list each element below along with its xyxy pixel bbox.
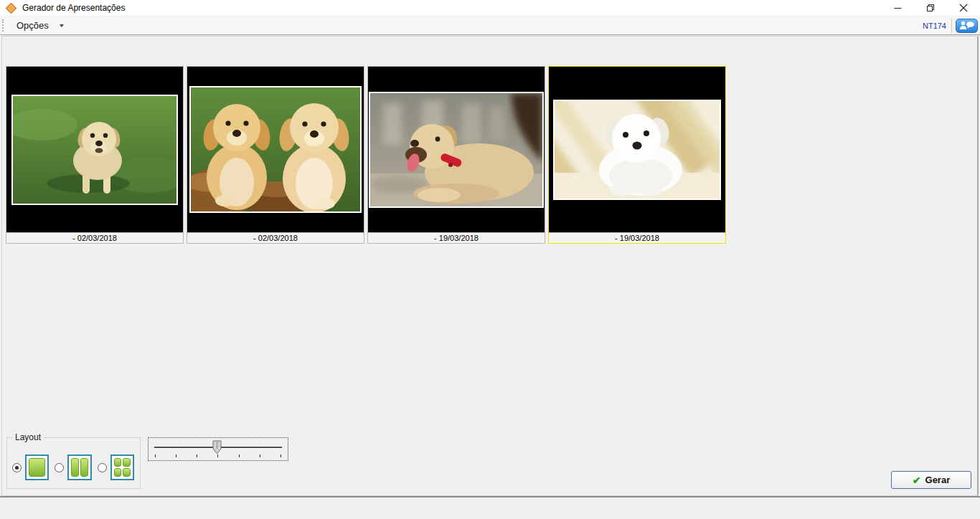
title-bar: Gerador de Apresentações	[0, 0, 980, 16]
restore-button[interactable]	[914, 0, 947, 16]
minimize-button[interactable]	[881, 0, 914, 16]
user-chat-icon	[959, 21, 975, 30]
slide-caption: - 02/03/2018	[187, 232, 364, 243]
window-title: Gerador de Apresentações	[22, 3, 125, 13]
layout-groupbox-title: Layout	[12, 432, 44, 442]
slide-black-area	[368, 67, 545, 232]
content-panel: - 02/03/2018	[1, 36, 979, 496]
photo-two-golden-retriever-puppies	[189, 86, 362, 213]
slide-caption: - 19/03/2018	[549, 232, 725, 243]
check-icon: ✔	[913, 475, 921, 486]
slide-black-area	[549, 67, 725, 232]
layout-options-row	[7, 454, 140, 480]
minimize-icon	[894, 4, 902, 12]
toolbar-separator	[951, 19, 952, 33]
chevron-down-icon	[60, 24, 64, 27]
close-icon	[959, 4, 968, 12]
menu-opcoes[interactable]: Opções	[11, 18, 70, 33]
status-bar	[0, 496, 980, 519]
slide-thumbnail-strip: - 02/03/2018	[6, 66, 726, 244]
layout-grid-2x2-icon[interactable]	[110, 454, 134, 480]
slider-ticks	[155, 454, 281, 457]
close-button[interactable]	[947, 0, 980, 16]
slide-thumbnail-1[interactable]: - 02/03/2018	[6, 66, 184, 244]
gerar-button[interactable]: ✔ Gerar	[891, 471, 971, 489]
restore-icon	[926, 4, 935, 12]
slider-thumb[interactable]	[212, 440, 222, 454]
photo-puppy-with-red-collar	[369, 92, 544, 208]
slide-caption: - 02/03/2018	[6, 232, 183, 243]
layout-groupbox: Layout	[6, 437, 141, 489]
photo-white-fluffy-puppy	[553, 100, 721, 200]
layout-radio-grid[interactable]	[98, 463, 107, 472]
photo-labrador-puppy-on-grass	[11, 95, 178, 205]
menu-bar: Opções NT174	[0, 16, 980, 35]
size-slider[interactable]	[148, 437, 288, 461]
toolbar-grip[interactable]	[2, 19, 4, 32]
orange-diamond-icon	[6, 3, 17, 14]
slide-thumbnail-3[interactable]: - 19/03/2018	[367, 66, 545, 244]
slide-thumbnail-4[interactable]: - 19/03/2018	[548, 66, 726, 244]
layout-radio-single[interactable]	[12, 463, 22, 472]
slide-black-area	[6, 67, 183, 232]
contact-button[interactable]	[956, 19, 978, 33]
slide-black-area	[187, 67, 364, 232]
gerar-button-label: Gerar	[925, 475, 951, 485]
layout-single-frame-icon[interactable]	[25, 454, 49, 480]
layout-two-columns-icon[interactable]	[67, 454, 91, 480]
user-code-label: NT174	[923, 22, 946, 30]
layout-radio-two-columns[interactable]	[55, 463, 64, 472]
slide-caption: - 19/03/2018	[368, 232, 545, 243]
slide-thumbnail-2[interactable]: - 02/03/2018	[187, 66, 364, 244]
menu-opcoes-label: Opções	[17, 20, 49, 31]
